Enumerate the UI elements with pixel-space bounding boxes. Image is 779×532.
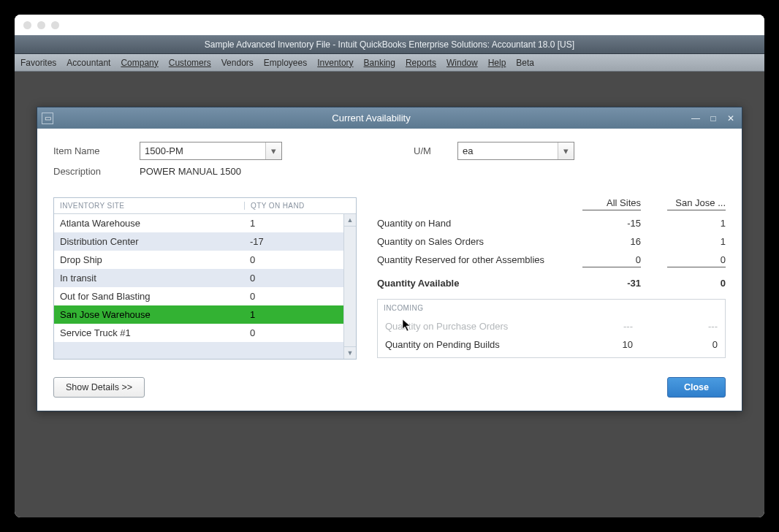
description-label: Description: [53, 166, 140, 177]
qty-po-sel: ---: [659, 321, 718, 332]
table-row[interactable]: In transit0: [54, 269, 356, 287]
scroll-up-icon[interactable]: ▲: [344, 214, 356, 227]
menu-help[interactable]: Help: [488, 58, 506, 68]
qty-so-sel: 1: [667, 236, 726, 247]
site-cell: San Jose Warehouse: [54, 309, 244, 320]
qty-cell: 0: [244, 273, 356, 284]
dialog-body: Item Name 1500-PM ▾ U/M ea ▾ Description…: [37, 129, 742, 411]
menu-company[interactable]: Company: [121, 58, 158, 68]
mac-close-dot[interactable]: [23, 21, 31, 29]
qty-so-all: 16: [582, 236, 641, 247]
item-name-combo[interactable]: 1500-PM ▾: [140, 142, 282, 160]
qty-pb-sel: 0: [659, 339, 718, 350]
chevron-down-icon[interactable]: ▾: [558, 142, 574, 159]
qty-avail-label: Quantity Available: [377, 278, 556, 289]
col-qty-on-hand[interactable]: QTY ON HAND: [244, 202, 356, 210]
qty-cell: 0: [244, 291, 356, 302]
qty-po-label: Quantity on Purchase Orders: [385, 321, 548, 332]
grid-header: INVENTORY SITE QTY ON HAND: [54, 198, 356, 214]
close-label: Close: [684, 382, 709, 392]
menu-employees[interactable]: Employees: [264, 58, 307, 68]
menu-window[interactable]: Window: [446, 58, 478, 68]
table-row[interactable]: San Jose Warehouse1: [54, 305, 356, 324]
mac-max-dot[interactable]: [51, 21, 59, 29]
dialog-system-icon[interactable]: ▭: [42, 113, 53, 124]
table-row[interactable]: Distribution Center-17: [54, 232, 356, 251]
show-details-button[interactable]: Show Details >>: [53, 377, 145, 398]
mac-min-dot[interactable]: [37, 21, 45, 29]
table-row[interactable]: Drop Ship0: [54, 251, 356, 269]
grid-scrollbar[interactable]: ▲ ▼: [343, 214, 356, 359]
qty-reserved-all: 0: [582, 254, 641, 267]
menu-favorites[interactable]: Favorites: [20, 58, 56, 68]
menu-customers[interactable]: Customers: [169, 58, 211, 68]
col-selected-site[interactable]: San Jose ...: [667, 197, 726, 210]
dialog-minimize-button[interactable]: —: [689, 113, 702, 124]
site-cell: In transit: [54, 273, 244, 284]
table-row[interactable]: Out for Sand Blasting0: [54, 287, 356, 305]
chevron-down-icon[interactable]: ▾: [265, 142, 281, 159]
qty-reserved-label: Quantity Reserved for other Assemblies: [377, 254, 556, 267]
col-inventory-site[interactable]: INVENTORY SITE: [54, 202, 244, 210]
qty-reserved-sel: 0: [667, 254, 726, 267]
description-value: POWER MANUAL 1500: [140, 166, 241, 177]
um-value: ea: [463, 145, 473, 156]
um-combo[interactable]: ea ▾: [457, 142, 574, 160]
item-name-label: Item Name: [53, 145, 140, 156]
qty-pb-all: 10: [574, 339, 633, 350]
site-cell: Atlanta Warehouse: [54, 218, 244, 229]
dialog-title: Current Availability: [58, 113, 685, 123]
qty-avail-sel: 0: [667, 278, 726, 289]
app-titlebar: Sample Advanced Inventory File - Intuit …: [15, 35, 764, 54]
qty-cell: 1: [244, 218, 356, 229]
site-cell: Service Truck #1: [54, 327, 244, 338]
app-body: ▭ Current Availability — □ ✕ Item Name 1…: [15, 72, 764, 517]
item-name-value: 1500-PM: [145, 145, 183, 156]
menu-reports[interactable]: Reports: [406, 58, 436, 68]
dialog-close-button[interactable]: ✕: [724, 113, 737, 124]
table-row[interactable]: [54, 342, 356, 359]
app-title: Sample Advanced Inventory File - Intuit …: [205, 39, 574, 50]
qty-cell: 0: [244, 254, 356, 265]
qty-on-hand-all: -15: [582, 218, 641, 229]
dialog-maximize-button[interactable]: □: [707, 113, 720, 124]
um-label: U/M: [414, 145, 457, 156]
inventory-site-grid[interactable]: INVENTORY SITE QTY ON HAND Atlanta Wareh…: [53, 197, 357, 360]
show-details-label: Show Details >>: [66, 382, 132, 392]
site-cell: Drop Ship: [54, 254, 244, 265]
scroll-down-icon[interactable]: ▼: [344, 346, 356, 359]
menubar: Favorites Accountant Company Customers V…: [15, 54, 764, 72]
col-all-sites[interactable]: All Sites: [582, 197, 641, 210]
menu-accountant[interactable]: Accountant: [66, 58, 110, 68]
qty-cell: -17: [244, 236, 356, 247]
site-cell: Distribution Center: [54, 236, 244, 247]
qty-on-hand-sel: 1: [667, 218, 726, 229]
qty-cell: 1: [244, 309, 356, 320]
site-cell: Out for Sand Blasting: [54, 291, 244, 302]
incoming-header: INCOMING: [378, 300, 725, 316]
qty-so-label: Quantity on Sales Orders: [377, 236, 556, 247]
menu-beta[interactable]: Beta: [516, 58, 534, 68]
mac-titlebar: [15, 15, 764, 35]
current-availability-dialog: ▭ Current Availability — □ ✕ Item Name 1…: [37, 107, 742, 411]
table-row[interactable]: Atlanta Warehouse1: [54, 214, 356, 232]
menu-vendors[interactable]: Vendors: [221, 58, 254, 68]
browser-mock-window: Sample Advanced Inventory File - Intuit …: [15, 15, 764, 517]
close-button[interactable]: Close: [667, 377, 726, 398]
menu-inventory[interactable]: Inventory: [317, 58, 353, 68]
qty-po-all: ---: [574, 321, 633, 332]
qty-avail-all: -31: [582, 278, 641, 289]
incoming-section: INCOMING Quantity on Purchase Orders ---…: [377, 299, 726, 358]
menu-banking[interactable]: Banking: [364, 58, 395, 68]
dialog-titlebar[interactable]: ▭ Current Availability — □ ✕: [37, 107, 742, 129]
qty-cell: 0: [244, 327, 356, 338]
qty-on-hand-label: Quantity on Hand: [377, 218, 556, 229]
table-row[interactable]: Service Truck #10: [54, 324, 356, 342]
qty-pb-label: Quantity on Pending Builds: [385, 339, 548, 350]
